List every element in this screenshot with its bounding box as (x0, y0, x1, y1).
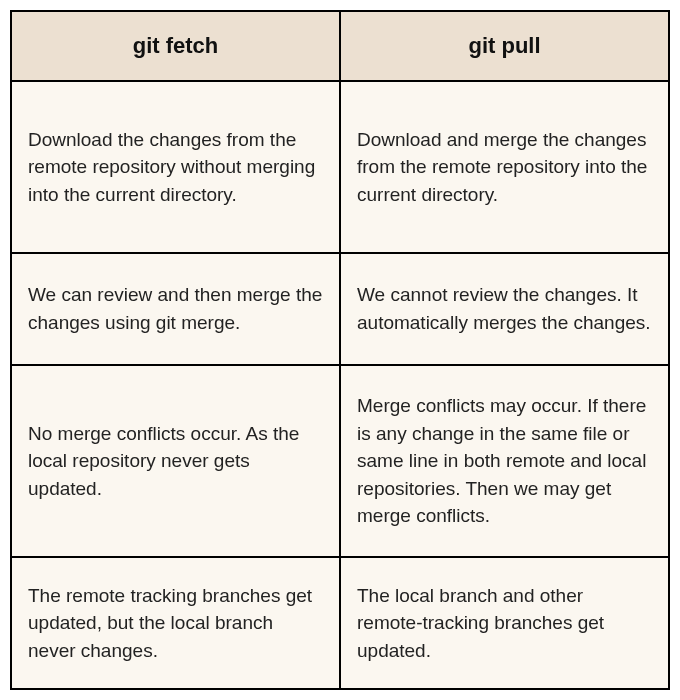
cell-fetch: The remote tracking branches get updated… (11, 557, 340, 689)
cell-pull: The local branch and other remote-tracki… (340, 557, 669, 689)
header-git-fetch: git fetch (11, 11, 340, 81)
header-git-pull: git pull (340, 11, 669, 81)
table-row: No merge conflicts occur. As the local r… (11, 365, 669, 558)
table-row: Download the changes from the remote rep… (11, 81, 669, 253)
cell-fetch: Download the changes from the remote rep… (11, 81, 340, 253)
cell-pull: Merge conflicts may occur. If there is a… (340, 365, 669, 558)
table-row: The remote tracking branches get updated… (11, 557, 669, 689)
table-header-row: git fetch git pull (11, 11, 669, 81)
cell-pull: We cannot review the changes. It automat… (340, 253, 669, 364)
cell-fetch: No merge conflicts occur. As the local r… (11, 365, 340, 558)
cell-pull: Download and merge the changes from the … (340, 81, 669, 253)
comparison-table: git fetch git pull Download the changes … (10, 10, 670, 690)
cell-fetch: We can review and then merge the changes… (11, 253, 340, 364)
table-row: We can review and then merge the changes… (11, 253, 669, 364)
